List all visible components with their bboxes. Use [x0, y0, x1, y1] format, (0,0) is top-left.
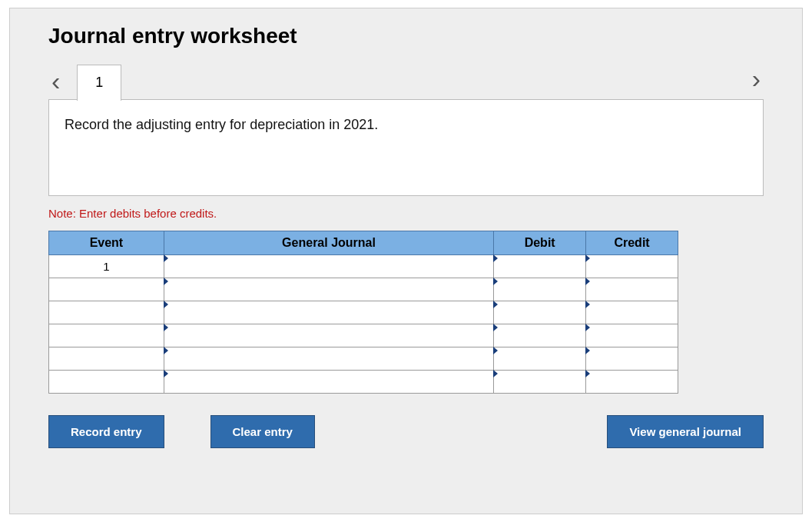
dropdown-marker-icon — [585, 347, 590, 354]
page-title: Journal entry worksheet — [48, 24, 764, 48]
cell-general-journal[interactable] — [164, 301, 493, 324]
dropdown-marker-icon — [493, 370, 498, 377]
header-credit: Credit — [586, 231, 678, 255]
worksheet-panel: Journal entry worksheet ‹ 1 › Record the… — [9, 8, 803, 514]
dropdown-marker-icon — [585, 324, 590, 331]
note-text: Note: Enter debits before credits. — [48, 207, 764, 220]
next-arrow-icon[interactable]: › — [749, 65, 764, 91]
table-row — [49, 324, 678, 347]
dropdown-marker-icon — [493, 347, 498, 354]
table-row: 1 — [49, 255, 678, 278]
tab-nav: ‹ 1 › — [48, 62, 764, 99]
dropdown-marker-icon — [493, 278, 498, 285]
dropdown-marker-icon — [164, 370, 168, 377]
dropdown-marker-icon — [585, 254, 590, 262]
cell-debit[interactable] — [494, 301, 586, 324]
dropdown-marker-icon — [585, 370, 590, 377]
cell-credit[interactable] — [586, 324, 678, 347]
cell-event[interactable] — [49, 371, 164, 394]
tab-1[interactable]: 1 — [77, 65, 121, 101]
view-general-journal-button[interactable]: View general journal — [607, 415, 764, 448]
entry-description: Record the adjusting entry for depreciat… — [48, 99, 764, 196]
dropdown-marker-icon — [493, 324, 498, 331]
cell-credit[interactable] — [586, 301, 678, 324]
button-row: Record entry Clear entry View general jo… — [48, 415, 764, 448]
cell-credit[interactable] — [586, 347, 678, 371]
journal-table: Event General Journal Debit Credit 1 — [48, 231, 678, 394]
dropdown-marker-icon — [164, 347, 168, 354]
dropdown-marker-icon — [164, 254, 168, 262]
prev-arrow-icon[interactable]: ‹ — [48, 68, 63, 94]
table-row — [49, 278, 678, 301]
cell-credit[interactable] — [586, 255, 678, 278]
table-row — [49, 301, 678, 324]
cell-event[interactable] — [49, 347, 164, 371]
header-event: Event — [49, 231, 164, 255]
table-row — [49, 371, 678, 394]
cell-general-journal[interactable] — [164, 255, 493, 278]
dropdown-marker-icon — [585, 301, 590, 308]
dropdown-marker-icon — [585, 278, 590, 285]
cell-debit[interactable] — [494, 278, 586, 301]
dropdown-marker-icon — [164, 301, 168, 308]
cell-general-journal[interactable] — [164, 278, 493, 301]
cell-general-journal[interactable] — [164, 371, 493, 394]
dropdown-marker-icon — [493, 301, 498, 308]
cell-debit[interactable] — [494, 324, 586, 347]
cell-debit[interactable] — [494, 347, 586, 371]
header-debit: Debit — [494, 231, 586, 255]
table-header-row: Event General Journal Debit Credit — [49, 231, 678, 255]
journal-table-wrap: Event General Journal Debit Credit 1 — [48, 231, 678, 394]
cell-debit[interactable] — [494, 255, 586, 278]
cell-event[interactable] — [49, 301, 164, 324]
dropdown-marker-icon — [493, 254, 498, 262]
cell-general-journal[interactable] — [164, 324, 493, 347]
cell-credit[interactable] — [586, 371, 678, 394]
cell-general-journal[interactable] — [164, 347, 493, 371]
record-entry-button[interactable]: Record entry — [48, 415, 164, 448]
cell-event[interactable]: 1 — [49, 255, 164, 278]
cell-credit[interactable] — [586, 278, 678, 301]
cell-event[interactable] — [49, 278, 164, 301]
dropdown-marker-icon — [164, 278, 168, 285]
cell-debit[interactable] — [494, 371, 586, 394]
dropdown-marker-icon — [164, 324, 168, 331]
clear-entry-button[interactable]: Clear entry — [210, 415, 315, 448]
header-general-journal: General Journal — [164, 231, 493, 255]
cell-event[interactable] — [49, 324, 164, 347]
table-row — [49, 347, 678, 371]
